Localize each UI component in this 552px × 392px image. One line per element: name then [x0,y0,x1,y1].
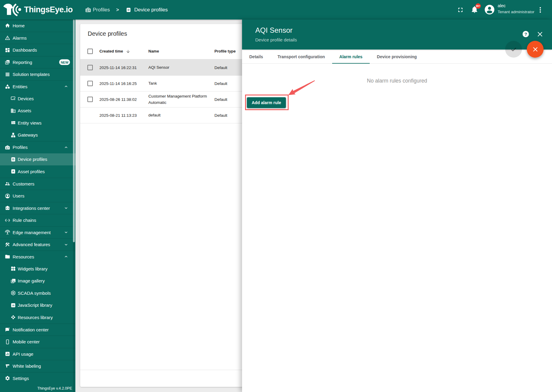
select-all-checkbox[interactable] [87,49,93,54]
js-icon: JS [11,303,16,308]
sidebar-item-reporting[interactable]: ReportingNEW [0,56,75,68]
chevron-down-icon [64,206,68,210]
sidebar-item-label: Profiles [13,145,28,150]
sidebar-item-asset-profiles[interactable]: AAsset profiles [0,165,75,178]
sort-arrow-icon[interactable] [126,49,130,54]
settings-icon [5,375,10,381]
reslib-icon [11,315,16,320]
add-alarm-rule-button[interactable]: Add alarm rule [247,97,286,108]
sidebar-item-integrations-center[interactable]: Integrations center [0,202,75,214]
column-header-name[interactable]: Name [148,43,159,59]
cell-profile-type: Default [214,113,227,118]
row-checkbox[interactable] [87,65,93,70]
folder-icon [5,254,10,259]
sidebar-item-white-labeling[interactable]: White labeling [0,360,75,372]
tab-details[interactable]: Details [242,50,270,64]
cell-created-time: 2025-11-14 16:16:25 [99,81,137,86]
gallery-icon [11,278,16,284]
app-logo[interactable]: ThingsEye.io [3,0,73,20]
profiles-badge-icon [85,7,91,13]
cell-name: AQI Sensor [148,64,212,71]
sidebar-item-label: Resources [13,254,34,259]
sidebar-item-mobile-center[interactable]: Mobile center [0,336,75,348]
row-checkbox[interactable] [87,97,93,102]
scada-icon [11,290,16,296]
sidebar-item-scada-symbols[interactable]: SCADA symbols [0,287,75,299]
more-menu-button[interactable] [537,6,544,14]
home-icon [5,23,10,28]
user-role: Tenant administrator [498,10,534,14]
sidebar-item-solution-templates[interactable]: Solution templates [0,68,75,80]
sidebar-item-users[interactable]: Users [0,190,75,202]
cell-profile-type: Default [214,65,227,70]
sidebar-item-home[interactable]: Home [0,20,75,32]
notif-icon [5,327,10,332]
chevron-up-icon [64,145,68,149]
person-icon [485,5,494,14]
sidebar-item-customers[interactable]: Customers [0,178,75,190]
column-header-created-time[interactable]: Created time [99,43,123,59]
reporting-icon [5,59,10,65]
sidebar-item-dashboards[interactable]: Dashboards [0,44,75,56]
fullscreen-button[interactable] [457,6,464,14]
user-info[interactable]: alec Tenant administrator [498,3,534,14]
avatar[interactable] [485,5,494,14]
account-icon [5,193,10,199]
cell-name: Customer Management Platform Automatic [148,93,212,106]
sidebar-item-assets[interactable]: Assets [0,105,75,117]
sidebar-item-alarms[interactable]: Alarms [0,32,75,44]
sidebar-item-entity-views[interactable]: Entity views [0,117,75,129]
apply-changes-fab[interactable] [505,41,522,58]
warning-icon [5,35,10,41]
dprofile-icon: D [11,157,16,162]
sidebar-item-advanced-features[interactable]: Advanced features [0,238,75,251]
sidebar-item-entities[interactable]: Entities [0,80,75,93]
sidebar-item-widgets-library[interactable]: Widgets library [0,263,75,275]
sidebar-item-label: Integrations center [13,206,50,211]
panel-header: AQI Sensor Device profile details ? [242,20,552,50]
cell-name: Tank [148,80,212,87]
tab-alarm-rules[interactable]: Alarm rules [332,50,370,64]
column-header-profile-type[interactable]: Profile type [214,43,236,59]
sidebar-scrollbar-thumb[interactable] [73,20,75,242]
sidebar-item-edge-management[interactable]: Edge management [0,226,75,239]
svg-text:D: D [128,8,130,11]
sidebar-item-rule-chains[interactable]: Rule chains [0,214,75,226]
tab-device-provisioning[interactable]: Device provisioning [370,50,424,64]
sidebar-item-image-gallery[interactable]: Image gallery [0,275,75,287]
cell-name: default [148,112,212,119]
breadcrumb-device-profiles[interactable]: Device profiles [134,7,168,13]
sidebar-item-profiles[interactable]: Profiles [0,141,75,153]
sidebar-item-javascript-library[interactable]: JSJavaScript library [0,299,75,312]
quilt-icon [11,120,16,125]
top-bar: ThingsEye.io Profiles > D Device profile… [0,0,552,20]
sidebar-item-gateways[interactable]: Gateways [0,129,75,141]
svg-text:A: A [12,170,14,173]
sidebar-item-label: Devices [18,96,34,101]
close-panel-button[interactable] [536,31,544,38]
sidebar-item-resources[interactable]: Resources [0,251,75,263]
sidebar-item-api-usage[interactable]: API usage [0,348,75,360]
sidebar-item-device-profiles[interactable]: DDevice profiles [0,153,75,166]
tab-transport-configuration[interactable]: Transport configuration [270,50,332,64]
breadcrumb-profiles[interactable]: Profiles [93,7,110,13]
breadcrumb: Profiles > D Device profiles [85,0,168,20]
sidebar-item-devices[interactable]: Devices [0,92,75,105]
sidebar-item-label: Advanced features [13,242,50,247]
device-profile-icon: D [126,7,131,13]
panel-subtitle: Device profile details [255,37,297,42]
cell-created-time: 2025-11-14 16:22:31 [99,65,137,70]
sidebar-item-label: Mobile center [13,339,40,344]
sidebar-item-label: Edge management [13,230,51,235]
sidebar-item-settings[interactable]: Settings [0,372,75,384]
sidebar-item-label: Rule chains [13,218,36,223]
sidebar-item-label: Reporting [13,60,32,65]
sidebar-item-notification-center[interactable]: Notification center [0,324,75,336]
sidebar-item-label: Device profiles [18,157,47,162]
sidebar-item-label: Widgets library [18,266,47,271]
help-button[interactable]: ? [523,31,529,37]
sidebar-item-resources-library[interactable]: Resources library [0,311,75,324]
app-version: ThingsEye v.4.2.0PE [37,386,72,390]
cancel-changes-fab[interactable] [527,41,544,58]
row-checkbox[interactable] [87,81,93,86]
